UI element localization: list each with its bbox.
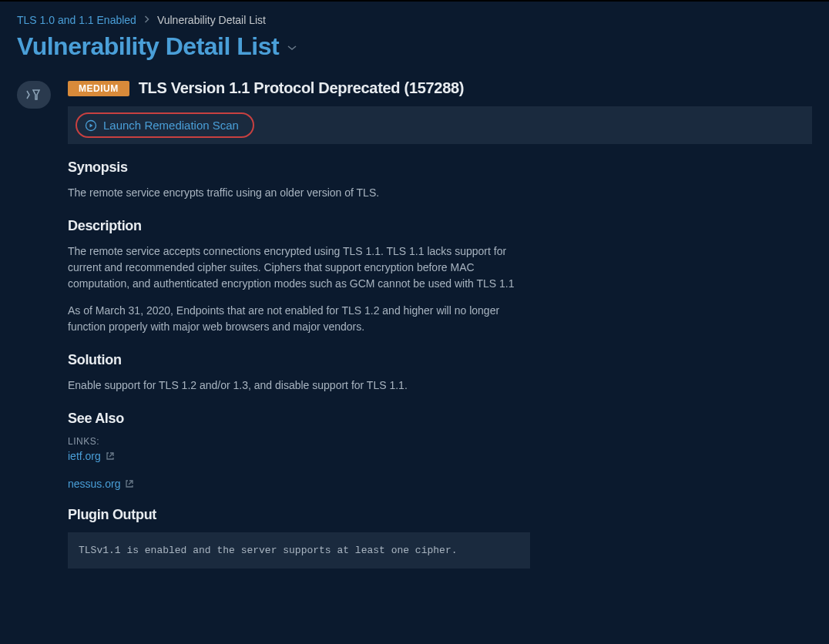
synopsis-heading: Synopsis xyxy=(68,159,538,176)
breadcrumb: TLS 1.0 and 1.1 Enabled Vulnerability De… xyxy=(17,14,812,26)
chevron-down-icon[interactable] xyxy=(287,41,297,53)
breadcrumb-parent-link[interactable]: TLS 1.0 and 1.1 Enabled xyxy=(17,14,136,26)
solution-text: Enable support for TLS 1.2 and/or 1.3, a… xyxy=(68,377,538,394)
external-link-nessus[interactable]: nessus.org xyxy=(68,478,538,490)
breadcrumb-current: Vulnerability Detail List xyxy=(157,14,266,26)
action-bar: Launch Remediation Scan xyxy=(68,106,812,144)
synopsis-text: The remote service encrypts traffic usin… xyxy=(68,185,538,201)
link-text: ietf.org xyxy=(68,450,101,462)
filter-button[interactable] xyxy=(17,81,51,109)
link-text: nessus.org xyxy=(68,478,120,490)
severity-badge: MEDIUM xyxy=(68,81,129,96)
page-title: Vulnerability Detail List xyxy=(17,32,279,61)
external-link-ietf[interactable]: ietf.org xyxy=(68,450,538,462)
external-link-icon xyxy=(106,451,115,461)
solution-heading: Solution xyxy=(68,352,538,368)
plugin-output-heading: Plugin Output xyxy=(68,507,538,523)
launch-remediation-button[interactable]: Launch Remediation Scan xyxy=(76,112,254,138)
vulnerability-title: TLS Version 1.1 Protocol Deprecated (157… xyxy=(139,79,465,97)
description-heading: Description xyxy=(68,218,538,234)
launch-button-label: Launch Remediation Scan xyxy=(103,119,239,132)
external-link-icon xyxy=(125,479,134,488)
links-label: LINKS: xyxy=(68,436,538,447)
description-text-1: The remote service accepts connections e… xyxy=(68,243,538,292)
description-text-2: As of March 31, 2020, Endpoints that are… xyxy=(68,303,538,335)
plugin-output-box: TLSv1.1 is enabled and the server suppor… xyxy=(68,532,530,569)
see-also-heading: See Also xyxy=(68,411,538,427)
chevron-right-icon xyxy=(144,15,149,25)
